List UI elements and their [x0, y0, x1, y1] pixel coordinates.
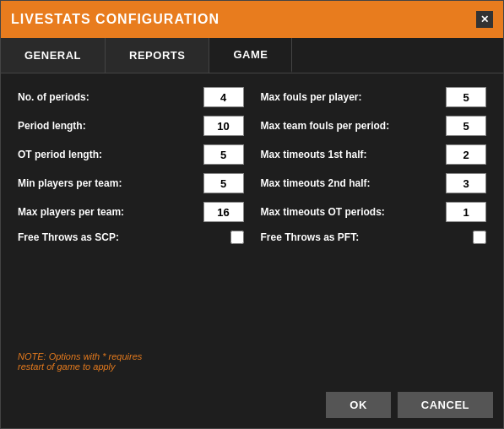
tab-reports[interactable]: REPORTS — [106, 38, 209, 73]
label-max-timeouts-1st: Max timeouts 1st half: — [261, 149, 447, 160]
label-ot-period-length: OT period length: — [18, 149, 203, 160]
form-row: Period length: — [18, 116, 244, 136]
input-max-players[interactable] — [203, 202, 244, 222]
modal-body: No. of periods: Period length: OT period… — [1, 73, 503, 385]
label-min-players: Min players per team: — [18, 177, 203, 189]
input-period-length[interactable] — [203, 116, 244, 136]
label-free-throws-scp: Free Throws as SCP: — [18, 231, 230, 243]
note-text: NOTE: Options with * requiresrestart of … — [18, 351, 486, 372]
form-row: Free Throws as PFT: — [261, 231, 487, 244]
checkbox-free-throws-pft[interactable] — [473, 231, 486, 244]
modal-title: LIVESTATS CONFIGURATION — [11, 12, 219, 27]
label-max-fouls-player: Max fouls per player: — [261, 91, 447, 103]
label-periods: No. of periods: — [18, 91, 203, 103]
input-periods[interactable] — [203, 87, 244, 107]
form-grid: No. of periods: Period length: OT period… — [18, 87, 486, 253]
input-max-timeouts-2nd[interactable] — [446, 173, 486, 193]
form-row: Max team fouls per period: — [261, 116, 487, 136]
modal-container: LIVESTATS CONFIGURATION ✕ GENERAL REPORT… — [0, 0, 504, 429]
input-max-timeouts-ot[interactable] — [446, 202, 486, 222]
input-max-fouls-player[interactable] — [446, 87, 486, 107]
label-max-players: Max players per team: — [18, 206, 203, 218]
label-max-timeouts-ot: Max timeouts OT periods: — [261, 206, 447, 218]
form-row: No. of periods: — [18, 87, 244, 107]
form-row: Max timeouts 1st half: — [261, 144, 487, 165]
form-row: Free Throws as SCP: — [18, 231, 244, 244]
form-row: Max timeouts 2nd half: — [261, 173, 487, 193]
form-row: Max players per team: — [18, 202, 244, 222]
form-row: Max fouls per player: — [261, 87, 487, 107]
input-max-team-fouls[interactable] — [446, 116, 486, 136]
input-min-players[interactable] — [203, 173, 244, 193]
modal-header: LIVESTATS CONFIGURATION ✕ — [1, 1, 503, 38]
checkbox-free-throws-scp[interactable] — [230, 231, 244, 244]
input-ot-period-length[interactable] — [203, 144, 244, 165]
label-max-team-fouls: Max team fouls per period: — [261, 120, 447, 132]
label-period-length: Period length: — [18, 120, 203, 132]
tab-bar: GENERAL REPORTS GAME — [1, 38, 503, 73]
ok-button[interactable]: OK — [326, 392, 391, 418]
modal-footer: OK CANCEL — [1, 385, 503, 428]
tab-game[interactable]: GAME — [209, 38, 292, 73]
form-row: OT period length: — [18, 144, 244, 165]
tab-general[interactable]: GENERAL — [1, 38, 106, 73]
label-max-timeouts-2nd: Max timeouts 2nd half: — [261, 177, 447, 189]
right-column: Max fouls per player: Max team fouls per… — [261, 87, 487, 253]
input-max-timeouts-1st[interactable] — [446, 144, 486, 165]
close-button[interactable]: ✕ — [476, 11, 493, 28]
form-row: Min players per team: — [18, 173, 244, 193]
label-free-throws-pft: Free Throws as PFT: — [261, 231, 474, 243]
cancel-button[interactable]: CANCEL — [398, 392, 493, 418]
form-row: Max timeouts OT periods: — [261, 202, 487, 222]
left-column: No. of periods: Period length: OT period… — [18, 87, 244, 253]
